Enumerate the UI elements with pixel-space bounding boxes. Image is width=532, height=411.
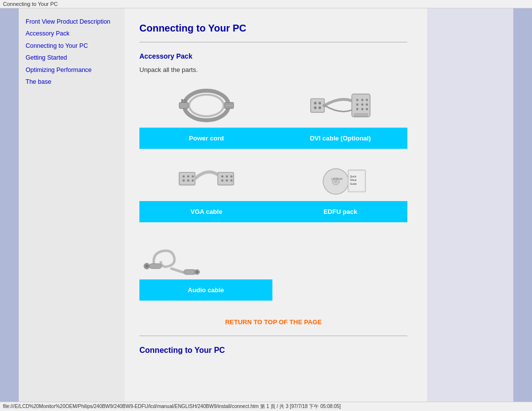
section-heading: Accessory Pack bbox=[139, 52, 407, 60]
svg-point-19 bbox=[361, 103, 364, 106]
svg-point-37 bbox=[226, 179, 228, 181]
svg-text:Quick: Quick bbox=[350, 174, 356, 177]
svg-rect-8 bbox=[311, 99, 325, 112]
audio-cable-label: Audio cable bbox=[139, 279, 272, 301]
svg-point-18 bbox=[356, 103, 359, 106]
svg-point-50 bbox=[145, 265, 148, 268]
page-title: Connecting to Your PC bbox=[139, 23, 407, 34]
sidebar-link-connecting[interactable]: Connecting to Your PC bbox=[26, 42, 118, 51]
power-cord-label: Power cord bbox=[139, 128, 273, 149]
svg-point-26 bbox=[183, 175, 185, 177]
edfu-image: CD-ROM Quick Setup Guide bbox=[311, 157, 370, 201]
right-panel bbox=[427, 8, 513, 411]
svg-rect-24 bbox=[354, 114, 368, 116]
svg-point-34 bbox=[226, 175, 228, 177]
svg-point-28 bbox=[192, 175, 194, 177]
sidebar-link-front-view[interactable]: Front View Product Description bbox=[26, 18, 118, 27]
svg-text:CD-ROM: CD-ROM bbox=[332, 177, 343, 180]
vga-cable-label: VGA cable bbox=[139, 201, 273, 222]
power-cord-svg bbox=[174, 86, 238, 125]
audio-cable-svg bbox=[142, 239, 201, 276]
svg-point-9 bbox=[314, 102, 317, 105]
sidebar-link-optimizing[interactable]: Optimizing Performance bbox=[26, 66, 118, 75]
svg-rect-25 bbox=[179, 172, 195, 185]
svg-rect-32 bbox=[218, 172, 233, 185]
svg-rect-5 bbox=[225, 103, 233, 108]
svg-point-29 bbox=[183, 179, 185, 181]
product-cell-dvi: DVI cable (Optional) bbox=[273, 83, 407, 157]
svg-point-20 bbox=[366, 103, 368, 106]
svg-point-27 bbox=[187, 175, 190, 177]
right-accent-bar bbox=[513, 8, 532, 411]
title-bar-text: Connecting to Your PC bbox=[3, 1, 58, 7]
svg-point-38 bbox=[230, 179, 233, 181]
nav-group-2: Connecting to Your PC Getting Started bbox=[26, 42, 118, 62]
svg-point-35 bbox=[230, 175, 233, 177]
status-bar: file:///E/LCD%20Monitor%20OEM/Philips/24… bbox=[0, 402, 532, 411]
audio-cable-image bbox=[139, 235, 203, 279]
svg-rect-4 bbox=[184, 99, 186, 103]
svg-point-31 bbox=[192, 179, 194, 181]
svg-rect-3 bbox=[181, 99, 183, 103]
svg-point-23 bbox=[366, 108, 368, 110]
status-bar-text: file:///E/LCD%20Monitor%20OEM/Philips/24… bbox=[3, 404, 341, 409]
svg-point-54 bbox=[196, 271, 199, 273]
bottom-divider bbox=[139, 336, 407, 336]
product-grid: Power cord bbox=[139, 83, 407, 230]
svg-point-16 bbox=[361, 99, 364, 102]
svg-point-22 bbox=[361, 108, 364, 110]
edfu-svg: CD-ROM Quick Setup Guide bbox=[311, 161, 370, 198]
svg-text:Setup: Setup bbox=[350, 178, 356, 181]
svg-point-10 bbox=[318, 102, 321, 105]
svg-line-51 bbox=[171, 269, 184, 273]
vga-svg bbox=[177, 161, 236, 198]
bottom-section-title: Connecting to Your PC bbox=[139, 346, 407, 355]
top-divider bbox=[139, 42, 407, 42]
nav-group-3: Optimizing Performance The base bbox=[26, 66, 118, 86]
nav-group: Front View Product Description Accessory… bbox=[26, 18, 118, 38]
svg-point-36 bbox=[221, 179, 224, 181]
svg-point-11 bbox=[314, 106, 317, 109]
svg-point-17 bbox=[366, 99, 368, 102]
product-cell-vga: VGA cable bbox=[139, 157, 273, 230]
product-cell-edfu: CD-ROM Quick Setup Guide EDFU pack bbox=[273, 157, 407, 230]
return-to-top-container: RETURN TO TOP OF THE PAGE bbox=[139, 318, 407, 326]
svg-point-1 bbox=[189, 95, 224, 116]
dvi-image bbox=[308, 83, 372, 128]
sidebar-link-base[interactable]: The base bbox=[26, 78, 118, 87]
intro-text: Unpack all the parts. bbox=[139, 66, 407, 73]
svg-point-21 bbox=[356, 108, 359, 110]
edfu-pack-label: EDFU pack bbox=[273, 201, 407, 222]
audio-cable-section: Audio cable bbox=[139, 235, 277, 308]
svg-point-12 bbox=[318, 106, 321, 109]
svg-rect-52 bbox=[184, 270, 196, 274]
sidebar-link-getting-started[interactable]: Getting Started bbox=[26, 54, 118, 63]
sidebar: Front View Product Description Accessory… bbox=[19, 8, 125, 411]
left-accent-bar bbox=[0, 8, 19, 411]
svg-point-33 bbox=[221, 175, 224, 177]
vga-image bbox=[177, 157, 236, 201]
svg-rect-48 bbox=[149, 264, 162, 269]
svg-point-30 bbox=[187, 179, 190, 181]
title-bar: Connecting to Your PC bbox=[0, 0, 532, 8]
product-cell-power-cord: Power cord bbox=[139, 83, 273, 157]
svg-rect-2 bbox=[179, 103, 188, 108]
svg-point-15 bbox=[356, 99, 359, 102]
svg-text:Guide: Guide bbox=[350, 182, 357, 185]
main-content: Connecting to Your PC Accessory Pack Unp… bbox=[125, 8, 427, 411]
power-cord-image bbox=[174, 83, 238, 128]
dvi-svg bbox=[308, 86, 372, 125]
return-to-top-link[interactable]: RETURN TO TOP OF THE PAGE bbox=[225, 318, 322, 326]
dvi-cable-label: DVI cable (Optional) bbox=[273, 128, 407, 149]
sidebar-link-accessory-pack[interactable]: Accessory Pack bbox=[26, 30, 118, 38]
